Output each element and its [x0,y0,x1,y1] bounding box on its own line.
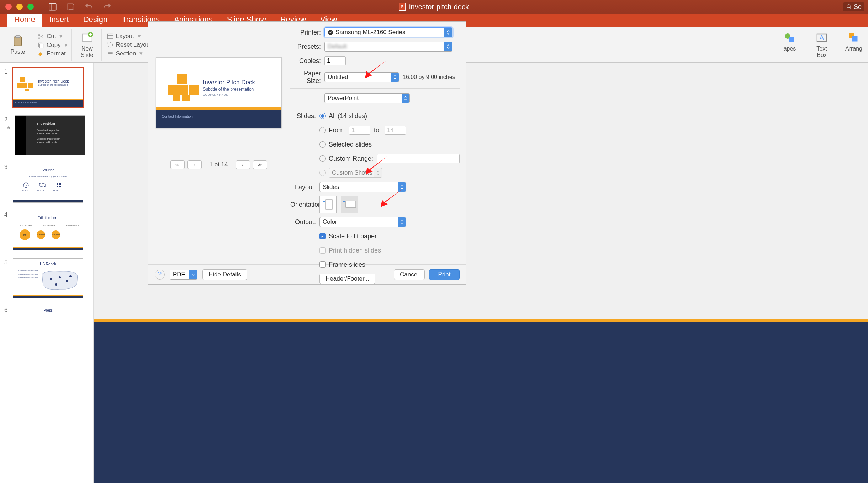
search-icon [846,4,852,10]
annotation-arrow-icon [362,60,387,81]
close-window-button[interactable] [5,4,12,10]
preview-last-button[interactable]: ≫ [253,160,267,169]
custom-range-radio[interactable] [319,155,326,162]
cut-button[interactable]: Cut▾ [37,32,68,40]
copy-icon [37,42,44,49]
slide-footer-band [94,319,868,483]
slides-from-radio[interactable] [319,127,326,133]
printer-label: Printer: [290,29,324,36]
redo-icon[interactable] [102,2,112,11]
svg-rect-19 [789,37,794,42]
print-button[interactable]: Print [429,269,460,280]
layout-icon [107,33,114,40]
output-label: Output: [290,218,319,226]
slide-thumbnail-4[interactable]: Edit title here Edit text here Edit text… [13,211,83,250]
from-input[interactable] [349,126,370,135]
textbox-icon: A [815,31,828,44]
pdf-dropdown[interactable]: PDF [170,270,197,280]
thumbnail-slot[interactable]: 2 ★ The Problem Describe the problem you… [0,114,93,161]
print-hidden-checkbox [319,247,326,254]
shapes-icon [783,31,796,44]
format-painter-button[interactable]: Format [37,50,68,57]
slide-thumbnail-6[interactable]: Press [13,306,83,313]
to-input[interactable] [385,126,406,135]
tab-home[interactable]: Home [7,12,42,27]
preview-first-button[interactable]: ≪ [170,160,185,169]
help-button[interactable]: ? [155,270,165,280]
tab-insert[interactable]: Insert [42,12,76,27]
map-icon [39,182,46,187]
layout-label: Layout: [290,184,319,191]
app-options-dropdown[interactable]: PowerPoint [324,93,410,103]
reset-icon [107,41,114,48]
scissors-icon [37,33,44,40]
search-box[interactable]: Se [843,2,864,11]
grid-icon [56,182,62,188]
textbox-button[interactable]: AText Box [811,31,832,58]
clock-icon [23,182,29,188]
maximize-window-button[interactable] [27,4,34,10]
thumbnail-slot[interactable]: 1 Investor Pitch Deck Subtitle of the pr… [0,66,93,114]
slide-thumbnail-5[interactable]: US Reach You can edit this text You can … [13,258,83,298]
section-icon [107,50,114,57]
print-options-pane: Printer: Samsung ML-2160 Series Presets:… [289,22,466,264]
frame-slides-checkbox[interactable] [319,261,326,268]
svg-point-3 [847,5,850,8]
header-footer-button[interactable]: Header/Footer... [319,274,375,284]
slides-label: Slides: [290,112,319,120]
print-dialog: Investor Pitch Deck Subtitle of the pres… [148,21,466,285]
orientation-portrait[interactable] [319,196,337,213]
orientation-landscape[interactable] [341,196,358,213]
presets-dropdown[interactable]: Default [324,42,452,52]
preview-navigation: ≪ ‹ 1 of 14 › ≫ [170,160,267,169]
undo-icon[interactable] [84,2,94,11]
document-title-text: investor-pitch-deck [409,3,469,11]
clipboard-icon [11,34,24,47]
slide-thumbnail-1[interactable]: Investor Pitch Deck Subtitle of the pres… [13,68,83,107]
paste-button[interactable]: Paste [7,34,28,55]
notebook-icon[interactable] [48,2,57,11]
svg-point-32 [55,283,57,286]
slide-thumbnail-2[interactable]: The Problem Describe the problem you can… [15,115,85,155]
custom-range-input[interactable] [377,154,460,163]
slide-thumbnails-panel[interactable]: 1 Investor Pitch Deck Subtitle of the pr… [0,63,94,483]
output-dropdown[interactable]: Color [319,217,406,227]
annotation-arrow-icon [378,189,403,209]
preview-company: COMPANY NAME [203,93,228,96]
arrange-button[interactable]: Arrang [843,31,864,58]
scale-to-fit-checkbox[interactable]: ✓ [319,233,326,239]
us-map-icon [40,269,79,293]
print-preview-pane: Investor Pitch Deck Subtitle of the pres… [148,22,289,264]
thumbnail-slot[interactable]: 3 Solution A brief line describing your … [0,161,93,209]
thumbnail-slot[interactable]: 4 Edit title here Edit text here Edit te… [0,209,93,257]
preview-next-button[interactable]: › [236,160,250,169]
hide-details-button[interactable]: Hide Details [202,269,247,280]
selected-slides-radio[interactable] [319,141,326,148]
tab-design[interactable]: Design [76,12,115,27]
paper-size-dropdown[interactable]: Untitled [324,72,399,82]
slides-all-radio[interactable] [319,113,326,119]
powerpoint-doc-icon [399,3,406,11]
printer-dropdown[interactable]: Samsung ML-2160 Series [324,27,452,37]
slide-thumbnail-3[interactable]: Solution A brief line describing your so… [13,163,83,203]
svg-rect-13 [107,34,113,38]
orientation-label: Orientation: [290,201,319,208]
minimize-window-button[interactable] [16,4,23,10]
save-icon[interactable] [66,2,75,11]
svg-point-30 [59,276,61,278]
svg-rect-5 [14,37,22,46]
preview-prev-button[interactable]: ‹ [187,160,202,169]
thumbnail-slot[interactable]: 5 US Reach You can edit this text You ca… [0,257,93,304]
svg-rect-26 [59,183,61,185]
preview-page-indicator: 1 of 14 [210,161,228,168]
portrait-page-icon [322,198,334,211]
copy-button[interactable]: Copy▾ [37,41,68,49]
preview-footer: Contact Information [156,107,281,128]
svg-rect-10 [40,44,43,48]
new-slide-button[interactable]: New Slide [76,31,98,58]
copies-input[interactable] [324,56,346,65]
cancel-button[interactable]: Cancel [394,269,425,280]
thumbnail-slot[interactable]: 6 Press [0,304,93,320]
shapes-button[interactable]: apes [779,31,800,58]
search-placeholder: Se [854,3,862,11]
